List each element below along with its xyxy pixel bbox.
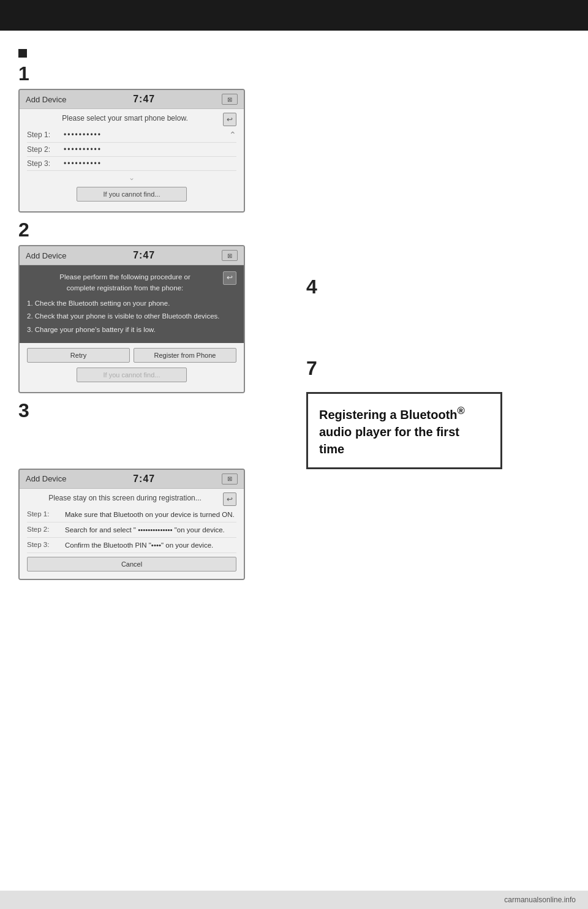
device-screen-3: Add Device 7:47 ⊠ ↩ Please stay on this … (18, 469, 245, 580)
screen3-time: 7:47 (133, 473, 155, 485)
screen3-row0-label: Step 1: (27, 510, 65, 518)
screen3-back-btn[interactable]: ↩ (223, 492, 236, 506)
screen2-modal-list: 1. Check the Bluetooth setting on your p… (27, 298, 236, 335)
screen3-close-btn[interactable]: ⊠ (222, 473, 238, 485)
screen3-body: ↩ Please stay on this screen during regi… (20, 489, 244, 579)
screen3-row-1: Step 2: Search for and select " ••••••••… (27, 522, 236, 538)
screen1-row0-value: •••••••••• (64, 130, 102, 139)
screen3-header: Add Device 7:47 ⊠ (20, 470, 244, 489)
screen1-close-btn[interactable]: ⊠ (222, 94, 238, 105)
screen1-title: Add Device (26, 95, 66, 104)
highlight-box-title: Registering a Bluetooth®audio player for… (319, 408, 465, 456)
step-1-number: 1 (18, 62, 282, 85)
screen1-row2-label: Step 3: (27, 159, 64, 168)
device-screen-1: Add Device 7:47 ⊠ ↩ Please select your s… (18, 89, 245, 213)
screen3-row2-value: Confirm the Bluetooth PIN "••••" on your… (65, 540, 236, 550)
screen1-row-0: Step 1: •••••••••• ⌃ (27, 127, 236, 143)
device-screen-2: Add Device 7:47 ⊠ ↩ Please perform the f… (18, 245, 245, 393)
retry-button[interactable]: Retry (27, 348, 130, 363)
screen1-body: ↩ Please select your smart phone below. … (20, 109, 244, 211)
screen1-cannot-find-btn[interactable]: If you cannot find... (77, 187, 187, 202)
screen2-modal-item-1: 2. Check that your phone is visible to o… (27, 311, 236, 322)
footer-bar: carmanualsonline.info (0, 891, 588, 909)
step-4-text (306, 302, 570, 333)
screen2-buttons-row: Retry Register from Phone (27, 348, 236, 363)
step-2-number: 2 (18, 219, 282, 241)
screen1-back-btn[interactable]: ↩ (223, 113, 236, 126)
screen3-cancel-wrap: Cancel (27, 553, 236, 574)
highlight-box: Registering a Bluetooth®audio player for… (306, 392, 502, 469)
screen2-modal-title: Please perform the following procedure o… (27, 271, 236, 294)
register-from-phone-button[interactable]: Register from Phone (134, 348, 236, 363)
top-bar (0, 0, 588, 31)
step-3-number: 3 (18, 399, 282, 422)
screen1-row2-value: •••••••••• (64, 159, 102, 168)
screen2-modal: ↩ Please perform the following procedure… (20, 265, 244, 343)
right-column: 4 7 Registering a Bluetooth®audio player… (294, 43, 570, 586)
section-marker (18, 49, 282, 58)
screen2-close-btn[interactable]: ⊠ (222, 250, 238, 261)
screen3-row1-value: Search for and select " •••••••••••••• "… (65, 525, 236, 535)
screen2-modal-back-btn[interactable]: ↩ (223, 271, 236, 285)
screen1-row0-label: Step 1: (27, 130, 64, 139)
screen1-row-2: Step 3: •••••••••• (27, 157, 236, 171)
screen1-row1-label: Step 2: (27, 145, 64, 154)
screen3-row-2: Step 3: Confirm the Bluetooth PIN "••••"… (27, 538, 236, 553)
screen1-subtitle: Please select your smart phone below. (27, 114, 236, 123)
screen3-row-0: Step 1: Make sure that Bluetooth on your… (27, 507, 236, 522)
screen3-title: Add Device (26, 474, 66, 483)
screen2-cannot-find-btn[interactable]: If you cannot find... (77, 368, 187, 382)
screen2-title: Add Device (26, 251, 66, 260)
screen1-header: Add Device 7:47 ⊠ (20, 90, 244, 109)
screen2-time: 7:47 (133, 250, 155, 261)
screen3-row2-label: Step 3: (27, 540, 65, 548)
step-3-text (18, 426, 282, 462)
screen1-row0-arrow: ⌃ (229, 130, 236, 140)
screen1-row1-value: •••••••••• (64, 145, 102, 154)
step-4-number: 4 (306, 276, 570, 298)
screen3-row1-label: Step 2: (27, 525, 65, 533)
footer-url: carmanualsonline.info (504, 896, 576, 904)
cancel-button[interactable]: Cancel (27, 557, 236, 571)
screen1-row-1: Step 2: •••••••••• (27, 143, 236, 157)
screen3-subtitle: Please stay on this screen during regist… (27, 494, 236, 502)
screen2-modal-item-2: 3. Charge your phone's battery if it is … (27, 324, 236, 335)
screen2-modal-item-0: 1. Check the Bluetooth setting on your p… (27, 298, 236, 309)
left-column: 1 Add Device 7:47 ⊠ ↩ Please select your… (18, 43, 294, 586)
step-7-number: 7 (306, 357, 570, 380)
screen2-header: Add Device 7:47 ⊠ (20, 246, 244, 265)
screen2-body: ↩ Please perform the following procedure… (20, 265, 244, 392)
screen3-row0-value: Make sure that Bluetooth on your device … (65, 510, 236, 519)
section-square-icon (18, 49, 27, 58)
screen1-time: 7:47 (133, 94, 155, 105)
